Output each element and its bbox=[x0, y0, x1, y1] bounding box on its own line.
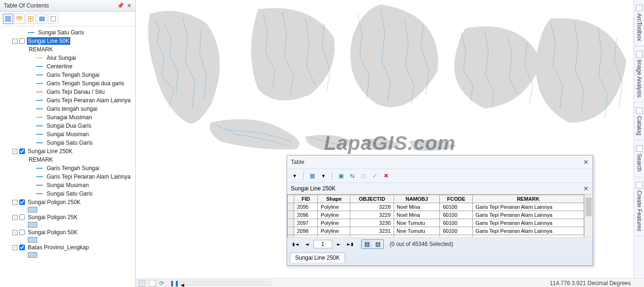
column-header[interactable]: Shape bbox=[318, 195, 350, 203]
tree-item[interactable] bbox=[0, 252, 135, 258]
tree-label[interactable]: Sungai Poligon 25K bbox=[27, 213, 78, 221]
show-selected-button[interactable]: ▤ bbox=[372, 240, 383, 248]
delete-selected-button[interactable]: ✖ bbox=[381, 171, 391, 180]
cell[interactable]: 60100 bbox=[440, 211, 472, 219]
tree-item[interactable]: -Sungai Line 50K bbox=[0, 37, 135, 45]
tree-label[interactable]: Garis Tengah Sungai bbox=[46, 164, 100, 172]
tree-item[interactable]: Sungai Dua Garis bbox=[0, 122, 135, 130]
layer-checkbox[interactable] bbox=[19, 245, 25, 250]
tree-item[interactable]: -Sungai Poligon 25K bbox=[0, 213, 135, 221]
cell[interactable]: Garis Tepi Perairan Alam Lainnya bbox=[472, 235, 584, 238]
tree-item[interactable]: Sungai Satu Garis bbox=[0, 139, 135, 147]
cell[interactable]: Noel Mina bbox=[394, 203, 440, 211]
tree-label[interactable]: Sungai Poligon 250K bbox=[27, 198, 82, 206]
map-area[interactable]: LapaGIS.com ⟳ ❚❚ ◄ Table ✕ ▾ ▦ ▾ ▣ ⇆ ◻ ⤢… bbox=[136, 0, 644, 287]
toc-tree[interactable]: Sungai Satu Garis-Sungai Line 50KREMARKA… bbox=[0, 26, 135, 287]
cell[interactable]: 2097 bbox=[294, 219, 318, 227]
cell[interactable]: Noel Mina bbox=[394, 211, 440, 219]
table-vertical-scrollbar[interactable] bbox=[584, 195, 593, 237]
tree-label[interactable] bbox=[40, 209, 42, 210]
pin-icon[interactable]: 📌 bbox=[117, 2, 124, 9]
tree-label[interactable]: Alur Sungai bbox=[46, 54, 77, 62]
tree-item[interactable]: Sungai Musiman bbox=[0, 130, 135, 139]
expand-toggle[interactable]: - bbox=[12, 215, 17, 220]
column-header[interactable]: OBJECTID bbox=[350, 195, 394, 203]
next-record-button[interactable]: ► bbox=[335, 241, 342, 247]
cell[interactable]: 60100 bbox=[440, 235, 472, 238]
cell[interactable]: 60100 bbox=[440, 203, 472, 211]
column-header[interactable]: NAMOBJ bbox=[394, 195, 440, 203]
close-tab-icon[interactable]: ✕ bbox=[583, 185, 589, 192]
layout-view-tab[interactable] bbox=[149, 280, 156, 287]
tree-item[interactable]: Sungai Satu Garis bbox=[0, 28, 135, 37]
table-options-button[interactable]: ▾ bbox=[290, 171, 299, 180]
tree-label[interactable]: Garis Tepi Danau / Situ bbox=[46, 88, 106, 96]
clear-selection-button[interactable]: ◻ bbox=[359, 171, 368, 180]
cell[interactable]: 2099 bbox=[294, 235, 318, 238]
cell[interactable]: 2098 bbox=[294, 227, 318, 235]
tree-item[interactable]: Sunagai Musiman bbox=[0, 113, 135, 122]
tree-item[interactable]: Garis tengah sungai bbox=[0, 105, 135, 113]
cell[interactable]: 3228 bbox=[350, 203, 394, 211]
row-selector[interactable] bbox=[288, 227, 294, 235]
expand-toggle[interactable]: - bbox=[12, 245, 17, 250]
related-tables-button[interactable]: ▦ bbox=[307, 171, 317, 180]
tree-label[interactable]: Garis Tepi Perairan Alam Lainnya bbox=[46, 173, 132, 180]
table-row[interactable]: 2095Polyline3228Noel Mina60100Garis Tepi… bbox=[288, 203, 584, 211]
record-number-input[interactable] bbox=[314, 240, 332, 248]
tree-item[interactable]: Garis Tepi Perairan Alam Lainnya bbox=[0, 96, 135, 105]
tree-item[interactable]: -Batas Provinsi_Lengkap bbox=[0, 243, 135, 252]
row-selector[interactable] bbox=[288, 211, 294, 219]
row-selector[interactable] bbox=[288, 219, 294, 227]
table-titlebar[interactable]: Table ✕ bbox=[287, 156, 593, 169]
layer-checkbox[interactable] bbox=[19, 148, 25, 154]
layer-checkbox[interactable] bbox=[19, 230, 25, 235]
side-tab-catalog[interactable]: Catalog bbox=[634, 103, 644, 140]
tree-item[interactable]: Centerline bbox=[0, 62, 135, 71]
prev-record-button[interactable]: ◄ bbox=[303, 241, 310, 247]
cell[interactable]: 2095 bbox=[294, 203, 318, 211]
cell[interactable]: 2096 bbox=[294, 211, 318, 219]
tree-label[interactable]: REMARK bbox=[28, 46, 54, 53]
tree-label[interactable]: REMARK bbox=[28, 156, 54, 164]
tree-label[interactable]: Batas Provinsi_Lengkap bbox=[27, 244, 90, 251]
related-dropdown-button[interactable]: ▾ bbox=[319, 171, 328, 180]
list-by-source-button[interactable] bbox=[14, 14, 25, 24]
tree-label[interactable]: Sungai Satu Garis bbox=[46, 139, 93, 147]
column-header[interactable]: FCODE bbox=[440, 195, 472, 203]
close-icon[interactable]: ✕ bbox=[127, 2, 132, 9]
cell[interactable]: 3230 bbox=[350, 219, 394, 227]
cell[interactable]: Garis Tepi Perairan Alam Lainnya bbox=[472, 227, 584, 235]
cell[interactable]: 60100 bbox=[440, 219, 472, 227]
expand-toggle[interactable]: - bbox=[12, 230, 17, 235]
column-header[interactable]: FID bbox=[294, 195, 318, 203]
cell[interactable]: Garis Tepi Perairan Alam Lainnya bbox=[472, 219, 584, 227]
last-record-button[interactable]: ►▮ bbox=[345, 241, 355, 247]
data-view-tab[interactable] bbox=[139, 280, 145, 287]
tree-label[interactable]: Centerline bbox=[46, 63, 74, 70]
table-row[interactable]: 2098Polyline3231Noe Tumutu60100Garis Tep… bbox=[288, 227, 584, 235]
switch-selection-button[interactable]: ⇆ bbox=[347, 171, 357, 180]
side-tab-search[interactable]: Search bbox=[634, 140, 644, 177]
layer-checkbox[interactable] bbox=[19, 214, 25, 220]
tree-label[interactable]: Sungai Dua Garis bbox=[46, 122, 92, 130]
options-button[interactable] bbox=[48, 14, 58, 24]
tree-label[interactable] bbox=[40, 224, 42, 225]
cell[interactable]: Polyline bbox=[318, 203, 350, 211]
expand-toggle[interactable]: - bbox=[12, 149, 17, 154]
layer-checkbox[interactable] bbox=[19, 38, 25, 44]
cell[interactable]: Noe Tumutu bbox=[394, 227, 440, 235]
tree-item[interactable]: Garis Tepi Danau / Situ bbox=[0, 88, 135, 96]
table-row[interactable]: 2099Polyline3232Noel Mina60100Garis Tepi… bbox=[288, 235, 584, 238]
tree-item[interactable]: Garis Tengah Sungai dua garis bbox=[0, 79, 135, 88]
cell[interactable]: 3231 bbox=[350, 227, 394, 235]
tree-label[interactable]: Garis Tengah Sungai dua garis bbox=[46, 80, 125, 87]
list-by-visibility-button[interactable] bbox=[25, 14, 36, 24]
expand-toggle[interactable]: - bbox=[12, 200, 17, 205]
tree-item[interactable] bbox=[0, 237, 135, 243]
tree-label[interactable]: Sungai Musiman bbox=[46, 181, 90, 189]
tree-label[interactable]: Sungai Satu Garis bbox=[46, 190, 93, 197]
select-by-attributes-button[interactable]: ▣ bbox=[336, 171, 346, 180]
tree-label[interactable]: Sungai Satu Garis bbox=[37, 29, 85, 36]
tree-label[interactable]: Garis Tepi Perairan Alam Lainnya bbox=[46, 97, 132, 104]
